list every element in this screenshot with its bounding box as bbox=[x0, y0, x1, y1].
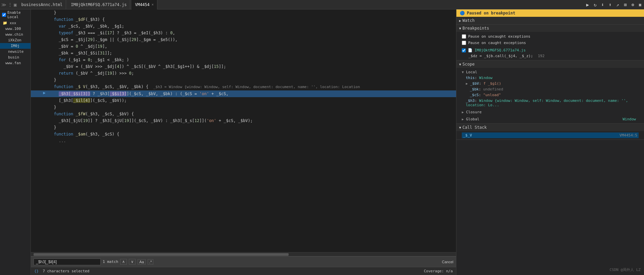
toolbar-menu-icon[interactable]: ⋮ bbox=[8, 2, 12, 7]
pause-caught-label: Pause on caught exceptions bbox=[468, 41, 526, 45]
deactivate-icon[interactable]: ⊞ bbox=[623, 1, 628, 8]
pause-uncaught-row: Pause on uncaught exceptions bbox=[462, 33, 639, 40]
watermark: CSDN @局外人 LZ bbox=[609, 267, 641, 272]
callstack-header[interactable]: ▼ Call Stack bbox=[456, 124, 644, 131]
code-line: return (_$bV ^ _$dj[19]) >>> 0; bbox=[31, 70, 456, 77]
tree-item-wwwchin[interactable]: www.chin bbox=[0, 32, 31, 37]
scope-global-val: Window bbox=[623, 117, 636, 121]
code-line: function _$ V(_$h3, _$cS, _$bV, _$bk) { … bbox=[31, 83, 456, 90]
resume-icon[interactable]: ▶ bbox=[585, 1, 590, 8]
code-line: function _$dF(_$h3) { bbox=[31, 16, 456, 23]
pause-uncaught-label: Pause on uncaught exceptions bbox=[468, 34, 530, 39]
search-input[interactable] bbox=[34, 259, 101, 265]
tab-close-icon[interactable]: × bbox=[152, 3, 154, 6]
code-line: _$bV = 0 ^ _$dj[19], bbox=[31, 43, 456, 50]
code-line: ... bbox=[31, 138, 456, 144]
section-breakpoints: ▼ Breakpoints Pause on uncaught exceptio… bbox=[456, 25, 644, 61]
search-bar: 1 match ∧ ∨ Aa .* Cancel bbox=[31, 256, 456, 267]
breakpoint-line: 192 bbox=[538, 54, 545, 58]
selection-status: 7 characters selected bbox=[43, 269, 89, 273]
code-line: } bbox=[31, 124, 456, 131]
debug-toolbar-right: ▶ ↻ ⬇ ⬆ ↗ ⊞ ⊗ ▣ bbox=[585, 1, 643, 8]
pause-caught-row: Pause on caught exceptions bbox=[462, 40, 639, 46]
bracket-icon: {} bbox=[34, 269, 39, 273]
callstack-file: VM4454:5 bbox=[620, 133, 637, 138]
panel-layout-icon[interactable]: ▣ bbox=[638, 2, 643, 8]
search-cancel-btn[interactable]: Cancel bbox=[442, 260, 453, 264]
right-panel: 🔵 Paused on breakpoint ▶ Watch ▼ Breakpo… bbox=[456, 9, 644, 275]
status-bar: {} 7 characters selected Coverage: n/a bbox=[31, 267, 456, 275]
match-case-btn[interactable]: Aa bbox=[138, 259, 145, 265]
watch-arrow-icon: ▶ bbox=[459, 19, 461, 23]
breakpoint-code-row: _$dz = _$jb.call(_$j4, _$_z); 192 bbox=[468, 53, 639, 59]
tab-vm4454[interactable]: VM4454 × bbox=[132, 0, 157, 9]
watch-header[interactable]: ▶ Watch bbox=[456, 17, 644, 24]
scope-closure-header[interactable]: ▶ Closure bbox=[462, 109, 639, 115]
breakpoints-label: Breakpoints bbox=[462, 26, 489, 31]
tree-item-wwwfan[interactable]: www.fan bbox=[0, 60, 31, 66]
breakpoints-body: Pause on uncaught exceptions Pause on ca… bbox=[456, 32, 644, 60]
code-line: } bbox=[31, 104, 456, 111]
search-match-count: 1 match bbox=[103, 260, 118, 264]
tree-item-www100[interactable]: www.100 bbox=[0, 26, 31, 32]
callstack-item[interactable]: _$_V VM4454:5 bbox=[462, 132, 639, 138]
search-next-btn[interactable]: ∨ bbox=[129, 259, 136, 265]
left-panel: Enable Local 📁 xxx www.100 www.chin iXkZ… bbox=[0, 9, 31, 275]
callstack-arrow-icon: ▼ bbox=[459, 126, 461, 129]
scope-global-label: Global bbox=[466, 117, 480, 121]
search-prev-btn[interactable]: ∧ bbox=[120, 259, 127, 265]
breakpoint-code: _$dz = _$jb.call(_$j4, _$_z); bbox=[468, 54, 533, 58]
enable-local-label: Enable Local bbox=[7, 10, 29, 19]
tree-item-im0j[interactable]: IM0j bbox=[0, 43, 31, 49]
scope-header[interactable]: ▼ Scope bbox=[456, 61, 644, 68]
callstack-body: _$_V VM4454:5 bbox=[456, 131, 644, 140]
breakpoint-file: IM0jQktM6FSQ.6771a74.js bbox=[475, 48, 526, 52]
code-line-active: ▶ _$h3[_$$i[3]] ? _$h3[_$$i[3]](_$cS, _$… bbox=[31, 90, 456, 97]
tab-im0j[interactable]: IM0jQktM6FSQ.6771a74.js bbox=[67, 0, 130, 9]
watch-label: Watch bbox=[462, 18, 475, 23]
pause-uncaught-checkbox[interactable] bbox=[462, 34, 466, 39]
code-line: typeof _$h3 === _$i[17] ? _$h3 = _$eI(_$… bbox=[31, 30, 456, 36]
toolbar-expand-icon[interactable]: ≫ bbox=[1, 2, 6, 7]
dont-pause-icon[interactable]: ⊗ bbox=[630, 1, 635, 8]
code-line: _$cS = _$Sj[29]._$gm || (_$Sj[29]._$gm =… bbox=[31, 36, 456, 43]
step-icon[interactable]: ↗ bbox=[615, 1, 620, 8]
scope-local-items: this: Window ▶ _$bV: f _$g1() _$bk: unde… bbox=[466, 75, 639, 108]
scope-body: ▼ Local this: Window ▶ _$bV: f _$g1() _$… bbox=[456, 68, 644, 123]
step-out-icon[interactable]: ⬆ bbox=[607, 1, 613, 8]
code-line: } bbox=[31, 77, 456, 83]
step-over-icon[interactable]: ↻ bbox=[592, 1, 598, 8]
enable-local-row[interactable]: Enable Local bbox=[0, 9, 31, 20]
breakpoint-checkbox[interactable] bbox=[462, 48, 466, 52]
enable-local-checkbox[interactable] bbox=[2, 13, 6, 17]
toolbar-panel-icon[interactable]: ▣ bbox=[14, 2, 16, 7]
breakpoints-header[interactable]: ▼ Breakpoints bbox=[456, 25, 644, 32]
tree-item-xxx[interactable]: 📁 xxx bbox=[0, 20, 31, 26]
pause-caught-checkbox[interactable] bbox=[462, 41, 466, 45]
code-editor[interactable]: } function _$dF(_$h3) { var _$cS, _$bV, … bbox=[31, 9, 456, 252]
pause-message: Paused on breakpoint bbox=[467, 11, 515, 15]
code-line: function _$am(_$h3, _$cS) { bbox=[31, 131, 456, 138]
tree-item-newsite[interactable]: newsite bbox=[0, 49, 31, 54]
tree-item-ixkzon[interactable]: iXkZon bbox=[0, 37, 31, 43]
scope-local-header[interactable]: ▼ Local bbox=[462, 69, 639, 75]
step-into-icon[interactable]: ⬇ bbox=[600, 1, 605, 8]
debug-sections: ▶ Watch ▼ Breakpoints Pause on uncaught … bbox=[456, 17, 644, 275]
callstack-label: Call Stack bbox=[462, 125, 487, 130]
scope-bv: ▶ _$bV: f _$g1() bbox=[466, 81, 639, 86]
code-line: _$bV = (_$bV >>> _$dj[4]) ^ _$cS[(_$bV ^… bbox=[31, 63, 456, 70]
tab-businessannc[interactable]: businessAnnc.html bbox=[18, 0, 66, 9]
code-lines: } function _$dF(_$h3) { var _$cS, _$bV, … bbox=[31, 9, 456, 144]
tree-item-busin[interactable]: busin bbox=[0, 54, 31, 60]
scope-bv-sub: _$bk: undefined _$cS: "unload" bbox=[470, 86, 639, 98]
horizontal-scrollbar[interactable] bbox=[31, 252, 456, 256]
scope-arrow-icon: ▼ bbox=[459, 63, 461, 66]
scope-this: this: Window bbox=[466, 75, 639, 81]
section-callstack: ▼ Call Stack _$_V VM4454:5 bbox=[456, 124, 644, 140]
scope-label: Scope bbox=[462, 62, 475, 67]
pause-banner: 🔵 Paused on breakpoint bbox=[456, 9, 644, 17]
callstack-fn: _$_V bbox=[463, 133, 472, 138]
regex-btn[interactable]: .* bbox=[148, 259, 153, 265]
scope-global-header[interactable]: ▶ Global Window bbox=[462, 116, 639, 122]
pause-icon: 🔵 bbox=[460, 11, 465, 15]
